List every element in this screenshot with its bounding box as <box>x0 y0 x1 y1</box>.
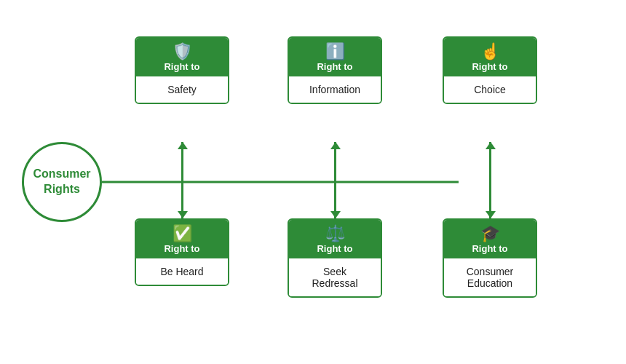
card-beheard-label: Be Heard <box>136 258 228 285</box>
card-information-label: Information <box>289 76 381 103</box>
horizontal-connector <box>102 181 459 183</box>
card-education-header: 🎓 Right to <box>444 220 536 258</box>
graduation-icon: 🎓 <box>447 226 533 242</box>
card-choice: ☝️ Right to Choice <box>443 36 537 104</box>
redressal-down-arrow <box>334 186 336 218</box>
checkmark-icon: ✅ <box>139 226 225 242</box>
card-redressal: ⚖️ Right to SeekRedressal <box>288 218 382 298</box>
consumer-rights-label: ConsumerRights <box>33 167 90 197</box>
choice-up-arrow <box>489 142 491 187</box>
card-redressal-right-to: Right to <box>292 243 378 254</box>
card-choice-header: ☝️ Right to <box>444 38 536 76</box>
card-education-right-to: Right to <box>447 243 533 254</box>
card-safety: 🛡️ Right to Safety <box>135 36 229 104</box>
pointer-icon: ☝️ <box>447 44 533 60</box>
card-education: 🎓 Right to ConsumerEducation <box>443 218 537 298</box>
education-down-arrow <box>489 186 491 218</box>
card-safety-right-to: Right to <box>139 61 225 72</box>
card-redressal-label: SeekRedressal <box>289 258 381 296</box>
info-icon: ℹ️ <box>292 44 378 60</box>
card-beheard-header: ✅ Right to <box>136 220 228 258</box>
consumer-rights-circle: ConsumerRights <box>22 142 102 222</box>
card-beheard: ✅ Right to Be Heard <box>135 218 229 286</box>
diagram-container: ConsumerRights 🛡️ Right to Safety ℹ️ Rig… <box>0 0 626 364</box>
safety-up-arrow <box>181 142 183 187</box>
scale-icon: ⚖️ <box>292 226 378 242</box>
card-redressal-header: ⚖️ Right to <box>289 220 381 258</box>
card-information-header: ℹ️ Right to <box>289 38 381 76</box>
card-choice-right-to: Right to <box>447 61 533 72</box>
card-information: ℹ️ Right to Information <box>288 36 382 104</box>
card-safety-label: Safety <box>136 76 228 103</box>
information-up-arrow <box>334 142 336 187</box>
shield-icon: 🛡️ <box>139 44 225 60</box>
card-beheard-right-to: Right to <box>139 243 225 254</box>
card-choice-label: Choice <box>444 76 536 103</box>
beheard-down-arrow <box>181 186 183 218</box>
card-information-right-to: Right to <box>292 61 378 72</box>
card-safety-header: 🛡️ Right to <box>136 38 228 76</box>
card-education-label: ConsumerEducation <box>444 258 536 296</box>
